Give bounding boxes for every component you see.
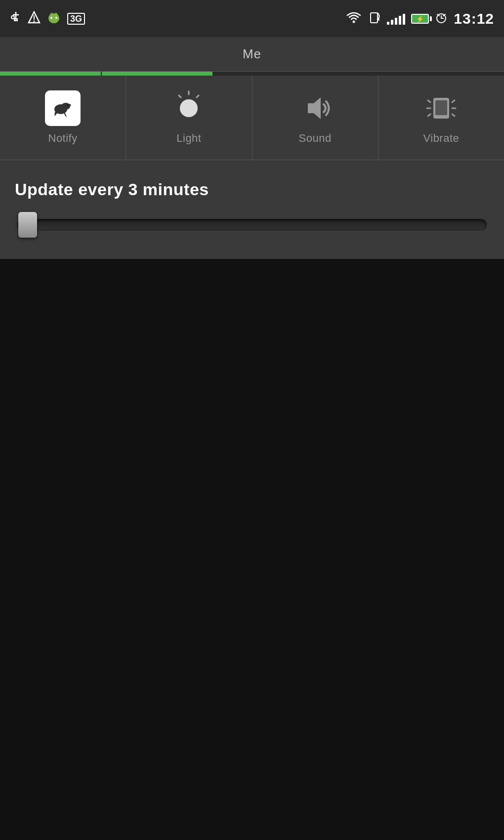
tab-vibrate-label: Vibrate [423, 132, 459, 145]
content-area: Update every 3 minutes [0, 160, 504, 259]
sound-icon [297, 90, 333, 126]
battery-bolt: ⚡ [416, 15, 424, 22]
svg-point-12 [50, 20, 57, 23]
status-right-icons: ⚡ 13:12 [346, 10, 494, 27]
tab-indicator-segment-2 [102, 72, 212, 76]
app-title: Me [243, 46, 261, 62]
svg-point-6 [34, 20, 35, 22]
svg-line-35 [452, 114, 455, 116]
svg-point-9 [55, 17, 57, 19]
network-icon [28, 11, 41, 27]
tab-notify-label: Notify [48, 132, 78, 145]
status-left-icons: 3G [10, 10, 85, 27]
tab-notify[interactable]: Notify [0, 76, 126, 160]
app-bar: Me [0, 37, 504, 72]
tab-light[interactable]: Light [126, 76, 252, 160]
svg-point-26 [180, 99, 198, 117]
svg-line-24 [197, 95, 199, 97]
tab-sound-label: Sound [299, 132, 332, 145]
notify-icon [45, 90, 81, 126]
svg-rect-29 [435, 100, 447, 115]
svg-marker-27 [308, 97, 321, 119]
wifi-icon [346, 11, 361, 26]
light-icon [171, 90, 207, 126]
status-time: 13:12 [454, 10, 494, 27]
svg-line-25 [179, 95, 181, 97]
bottom-empty-area [0, 259, 504, 788]
svg-point-21 [61, 103, 70, 110]
tab-sound[interactable]: Sound [252, 76, 378, 160]
usb-icon [10, 11, 22, 27]
signal-bars [387, 13, 405, 25]
vibrate-icon [423, 90, 459, 126]
svg-line-33 [452, 100, 455, 102]
slider-track [17, 219, 487, 231]
tab-vibrate[interactable]: Vibrate [378, 76, 504, 160]
update-interval-slider[interactable] [15, 219, 489, 231]
android-icon [46, 10, 61, 27]
svg-point-22 [67, 104, 69, 106]
update-every-text: Update every 3 minutes [15, 180, 489, 199]
svg-line-32 [428, 114, 430, 116]
tab-indicator-segment-1 [0, 72, 101, 76]
svg-line-30 [428, 100, 430, 102]
svg-rect-14 [371, 13, 378, 23]
tab-light-label: Light [176, 132, 201, 145]
tab-indicator [0, 72, 504, 76]
rotate-icon [367, 11, 381, 27]
3g-icon: 3G [67, 13, 85, 25]
tabs-container: Notify Light Sound [0, 76, 504, 160]
svg-point-13 [353, 20, 355, 23]
svg-point-8 [50, 17, 52, 19]
slider-thumb[interactable] [18, 212, 37, 238]
battery-icon: ⚡ [411, 14, 429, 24]
alarm-icon [435, 11, 448, 26]
status-bar: 3G ⚡ [0, 0, 504, 37]
